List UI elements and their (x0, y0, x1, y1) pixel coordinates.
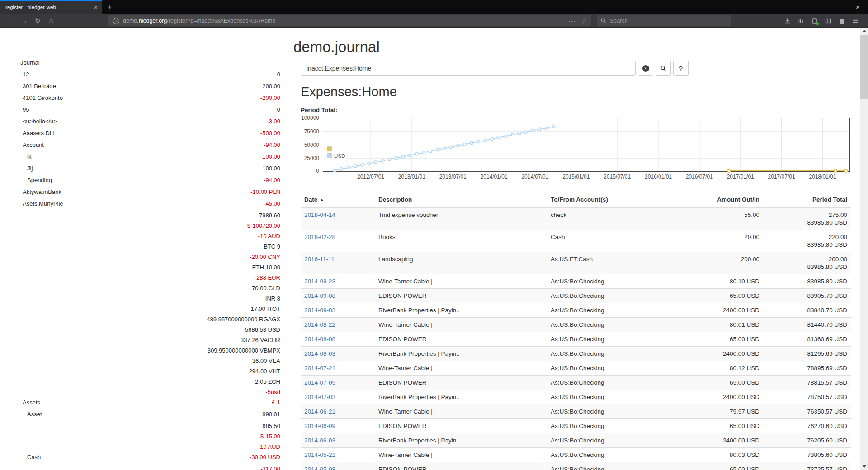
account-link[interactable]: Account (10, 140, 44, 150)
transaction-date-link[interactable]: 2014-07-03 (304, 394, 335, 400)
browser-tab[interactable]: register - hledger-web × (0, 0, 102, 14)
balance-amount: -94.00 (264, 175, 280, 185)
account-link[interactable]: 301 Beiträge (10, 81, 56, 91)
balance-amount: -10 AUD (207, 231, 280, 241)
transaction-date-link[interactable]: 2016-11-11 (304, 256, 335, 263)
account-link[interactable]: Jij (10, 163, 33, 174)
account-link[interactable]: Aaasets:DH (10, 128, 54, 138)
register-table: Date Description To/From Account(s) Amou… (301, 192, 851, 470)
register-row[interactable]: 2014-07-03RiverBank Properties | Payin..… (301, 390, 851, 404)
scrollbar-down-arrow[interactable] (860, 463, 868, 470)
svg-text:2017/07/01: 2017/07/01 (768, 174, 795, 180)
column-header-account[interactable]: To/From Account(s) (547, 192, 683, 207)
transaction-date-link[interactable]: 2014-06-21 (304, 408, 335, 415)
bookmark-star-icon[interactable]: ☆ (581, 17, 587, 24)
transaction-date-link[interactable]: 2014-06-09 (304, 423, 335, 429)
svg-text:2015/01/01: 2015/01/01 (562, 174, 590, 180)
account-link[interactable]: 12 (10, 69, 29, 80)
transaction-date-link[interactable]: 2014-05-21 (304, 451, 335, 458)
register-row[interactable]: 2018-02-28BooksCash20.00220.0083985.80 U… (301, 230, 851, 252)
register-row[interactable]: 2014-05-21Wine-Tarner Cable |As:US:Bo:Ch… (301, 448, 851, 462)
transaction-date-link[interactable]: 2014-08-22 (304, 321, 335, 328)
svg-text:2014/01/01: 2014/01/01 (481, 174, 508, 180)
transaction-date-link[interactable]: 2014-09-23 (304, 278, 335, 285)
register-row[interactable]: 2014-08-08EDISON POWER |As:US:Bo:Checkin… (301, 332, 851, 347)
transaction-date-link[interactable]: 2014-06-03 (304, 437, 335, 444)
window-minimize-button[interactable] (806, 0, 826, 14)
sidebar-toggle-icon[interactable] (823, 15, 834, 27)
scrollbar-thumb[interactable] (860, 35, 868, 99)
site-info-icon[interactable]: i (113, 18, 119, 24)
transaction-date-link[interactable]: 2014-08-03 (304, 350, 335, 357)
page-actions-icon[interactable]: ··· (568, 17, 576, 24)
register-row[interactable]: 2014-07-09EDISON POWER |As:US:Bo:Checkin… (301, 376, 851, 390)
sidebar-account-row: Assets7989.60$-100720.00-10 AUDBTC 9-20.… (10, 210, 280, 408)
account-link[interactable]: Cash (10, 452, 41, 462)
window-close-button[interactable]: × (847, 0, 868, 14)
account-link[interactable]: 95 (10, 104, 29, 115)
transaction-date-link[interactable]: 2014-09-03 (304, 307, 335, 314)
browser-search-field[interactable]: Search (597, 15, 731, 26)
register-row[interactable]: 2014-08-03RiverBank Properties | Payin..… (301, 347, 851, 361)
column-header-description[interactable]: Description (375, 192, 547, 207)
library-icon[interactable] (796, 15, 807, 27)
register-row[interactable]: 2014-06-21Wine-Tarner Cable |As:US:Bo:Ch… (301, 404, 851, 419)
transaction-account: As:US:Bo:Checking (547, 376, 683, 390)
transaction-date-link[interactable]: 2018-02-28 (304, 234, 335, 240)
forward-button[interactable]: → (17, 15, 31, 27)
register-row[interactable]: 2014-09-08EDISON POWER |As:US:Bo:Checkin… (301, 289, 851, 303)
account-link[interactable]: 4101 Girokonto (10, 93, 63, 103)
sidebar-heading-journal[interactable]: Journal (10, 57, 280, 68)
transaction-date-link[interactable]: 2014-07-09 (304, 379, 335, 386)
extension-icon[interactable] (809, 15, 820, 27)
transaction-date-link[interactable]: 2014-09-08 (304, 292, 335, 299)
account-link[interactable]: Asets:MunyPile (10, 198, 63, 209)
register-row[interactable]: 2014-09-23Wine-Tarner Cable |As:US:Bo:Ch… (301, 274, 851, 289)
help-button[interactable]: ? (673, 61, 689, 76)
column-header-amount[interactable]: Amount Out/In (683, 192, 763, 207)
scrollbar-up-arrow[interactable] (860, 28, 868, 34)
account-link[interactable]: lk (10, 151, 31, 162)
transaction-date-link[interactable]: 2014-05-08 (304, 466, 335, 470)
new-tab-button[interactable]: + (102, 0, 118, 14)
clear-query-button[interactable]: × (638, 61, 653, 76)
download-icon[interactable] (782, 15, 793, 27)
grid-icon[interactable] (836, 15, 847, 27)
account-link[interactable]: Asset (10, 409, 42, 419)
account-link[interactable]: Aktywa:mBank (10, 187, 61, 197)
account-link[interactable]: Assets (10, 397, 40, 408)
transaction-amount: 80.12 USD (683, 361, 763, 376)
column-header-period-total[interactable]: Period Total (763, 192, 851, 207)
url-text[interactable]: demo.hledger.org/register?q=inacct%3AExp… (123, 18, 566, 24)
register-row[interactable]: 2016-11-11LandscapingAs:US:ET:Cash200.00… (301, 252, 851, 274)
query-input[interactable] (301, 61, 636, 76)
search-query-button[interactable] (656, 61, 671, 76)
home-button[interactable]: ⌂ (44, 15, 58, 27)
register-row[interactable]: 2018-04-14Trial expense vouchercheck55.0… (301, 207, 851, 230)
reload-button[interactable]: ↻ (31, 15, 44, 27)
column-header-date[interactable]: Date (301, 192, 375, 207)
back-button[interactable]: ← (4, 15, 17, 27)
register-row[interactable]: 2014-06-03RiverBank Properties | Payin..… (301, 433, 851, 448)
account-link[interactable]: Spending (10, 175, 52, 185)
transaction-date-link[interactable]: 2014-08-08 (304, 336, 335, 343)
account-balance: 200.00 (262, 81, 280, 91)
menu-hamburger-icon[interactable] (850, 15, 861, 27)
address-bar[interactable]: i demo.hledger.org/register?q=inacct%3AE… (108, 15, 591, 26)
transaction-amount: 2400.00 USD (683, 303, 763, 318)
transaction-date-link[interactable]: 2018-04-14 (304, 212, 335, 218)
tab-close-icon[interactable]: × (94, 4, 98, 11)
period-total-line: 76270.60 USD (767, 422, 847, 430)
account-link[interactable]: <u>hello</u> (10, 116, 57, 127)
register-row[interactable]: 2014-05-08EDISON POWER |As:US:Bo:Checkin… (301, 462, 851, 470)
transaction-date-link[interactable]: 2014-07-21 (304, 365, 335, 371)
register-row[interactable]: 2014-07-21Wine-Tarner Cable |As:US:Bo:Ch… (301, 361, 851, 376)
register-row[interactable]: 2014-08-22Wine-Tarner Cable |As:US:Bo:Ch… (301, 318, 851, 332)
balance-amount: £-1 (207, 397, 280, 408)
svg-text:2014/07/01: 2014/07/01 (521, 174, 548, 180)
register-row[interactable]: 2014-09-03RiverBank Properties | Payin..… (301, 303, 851, 318)
balance-amount: 70.00 GLD (207, 283, 280, 293)
window-maximize-button[interactable] (826, 0, 847, 14)
transaction-account: As:US:ET:Cash (547, 252, 683, 274)
register-row[interactable]: 2014-06-09EDISON POWER |As:US:Bo:Checkin… (301, 419, 851, 433)
